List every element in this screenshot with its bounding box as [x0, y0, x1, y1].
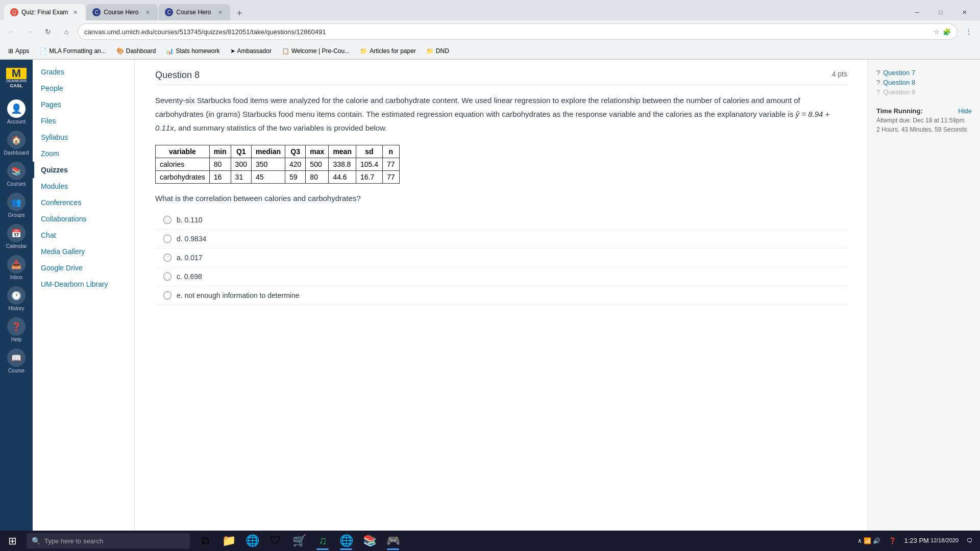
reload-button[interactable]: ↻	[41, 24, 55, 39]
taskbar-amazon[interactable]: 🛒	[288, 531, 310, 551]
col-variable: variable	[156, 145, 210, 158]
taskbar-spotify[interactable]: ♫	[311, 531, 334, 551]
sidebar-um-library[interactable]: UM-Dearborn Library	[33, 276, 134, 292]
close-button[interactable]: ✕	[952, 4, 976, 20]
sidebar-collaborations[interactable]: Collaborations	[33, 211, 134, 227]
start-button[interactable]: ⊞	[0, 531, 24, 551]
nav-calendar[interactable]: 📅 Calendar	[0, 221, 33, 252]
star-icon[interactable]: ☆	[934, 28, 940, 36]
taskbar-xbox[interactable]: 🎮	[382, 531, 404, 551]
taskbar-time-display[interactable]: 1:23 PM 12/18/2020	[901, 534, 962, 547]
taskbar-chrome[interactable]: 🌐	[241, 531, 263, 551]
ambassador-icon: ➤	[230, 47, 235, 55]
mla-icon: 📄	[39, 47, 47, 55]
tab-course-hero-1[interactable]: C Course Hero ✕	[86, 4, 158, 20]
radio-a[interactable]	[163, 254, 172, 262]
sidebar-people[interactable]: People	[33, 80, 134, 96]
radio-b[interactable]	[163, 216, 172, 224]
ambassador-label: Ambassador	[237, 47, 272, 55]
bookmark-mla[interactable]: 📄 MLA Formatting an...	[35, 46, 110, 56]
groups-label: Groups	[8, 212, 25, 218]
sidebar-pages[interactable]: Pages	[33, 96, 134, 113]
hide-timer-button[interactable]: Hide	[958, 107, 972, 115]
tab-course-hero-2[interactable]: C Course Hero ✕	[159, 4, 230, 20]
nav-dashboard[interactable]: 🏠 Dashboard	[0, 128, 33, 159]
bookmark-stats[interactable]: 📊 Stats homework	[162, 46, 224, 56]
tab-quiz-final-exam[interactable]: Q Quiz: Final Exam ✕	[4, 4, 85, 20]
sidebar-zoom[interactable]: Zoom	[33, 145, 134, 162]
tab-close-button-3[interactable]: ✕	[216, 8, 224, 16]
nav-help[interactable]: ❓ Help	[0, 314, 33, 345]
calendar-label: Calendar	[6, 243, 27, 249]
bookmark-apps[interactable]: ⊞ Apps	[4, 46, 33, 56]
tab-title-3: Course Hero	[176, 9, 213, 16]
forward-button[interactable]: →	[22, 24, 37, 39]
sidebar-syllabus[interactable]: Syllabus	[33, 129, 134, 145]
taskbar-books[interactable]: 📚	[358, 531, 381, 551]
taskbar-taskview[interactable]: ⧉	[194, 531, 216, 551]
extension-icon[interactable]: 🧩	[943, 28, 951, 36]
current-date: 12/18/2020	[930, 537, 959, 544]
nav-account[interactable]: 👤 Account	[0, 96, 33, 128]
taskbar-notification[interactable]: 🗨	[964, 535, 976, 546]
minimize-button[interactable]: ─	[905, 4, 929, 20]
back-button[interactable]: ←	[4, 24, 18, 39]
answer-option-e[interactable]: e. not enough information to determine	[155, 286, 847, 305]
taskbar-question-icon[interactable]: ❓	[886, 535, 899, 546]
answer-option-d[interactable]: d. 0.9834	[155, 230, 847, 248]
col-min: min	[209, 145, 231, 158]
new-tab-button[interactable]: +	[232, 6, 247, 20]
nav-course[interactable]: 📖 Course	[0, 345, 33, 377]
question-link-9[interactable]: ? Question 9	[876, 87, 972, 97]
answer-label-e: e. not enough information to determine	[177, 291, 300, 299]
sidebar-chat[interactable]: Chat	[33, 227, 134, 243]
address-bar-row: ← → ↻ ⌂ canvas.umd.umich.edu/courses/513…	[0, 20, 980, 43]
radio-d[interactable]	[163, 235, 172, 243]
bookmark-dnd[interactable]: 📁 DND	[422, 46, 453, 56]
nav-courses[interactable]: 📚 Courses	[0, 159, 33, 190]
taskbar-system-icons[interactable]: ∧ 📶 🔊	[854, 535, 884, 546]
address-input[interactable]: canvas.umd.umich.edu/courses/513745/quiz…	[78, 23, 958, 40]
tab-close-button[interactable]: ✕	[71, 8, 79, 16]
cell-calories-median: 350	[251, 158, 285, 171]
question-title: Question 8	[155, 70, 200, 81]
nav-history[interactable]: 🕐 History	[0, 283, 33, 314]
home-button[interactable]: ⌂	[59, 24, 74, 39]
sidebar-quizzes[interactable]: Quizzes	[33, 162, 134, 178]
bookmark-welcome[interactable]: 📋 Welcome | Pre-Cou...	[278, 46, 354, 56]
address-icons: ☆ 🧩	[934, 28, 951, 36]
bookmark-dashboard[interactable]: 🎨 Dashboard	[112, 46, 160, 56]
taskbar-search[interactable]: 🔍 Type here to search	[27, 533, 190, 548]
more-button[interactable]: ⋮	[962, 24, 976, 39]
canvas-logo: M DEARBORN CASL	[4, 64, 29, 92]
taskbar-chrome2[interactable]: 🌐	[335, 531, 357, 551]
col-median: median	[251, 145, 285, 158]
taskbar-shield[interactable]: 🛡	[264, 531, 287, 551]
nav-inbox[interactable]: 📥 Inbox	[0, 252, 33, 283]
sidebar-media-gallery[interactable]: Media Gallery	[33, 243, 134, 260]
address-text: canvas.umd.umich.edu/courses/513745/quiz…	[84, 28, 934, 36]
nav-groups[interactable]: 👥 Groups	[0, 190, 33, 221]
radio-c[interactable]	[163, 272, 172, 281]
answer-option-a[interactable]: a. 0.017	[155, 248, 847, 267]
bookmark-ambassador[interactable]: ➤ Ambassador	[226, 46, 276, 56]
logo-casl: CASL	[10, 83, 23, 88]
question-link-7[interactable]: ? Question 7	[876, 68, 972, 78]
cell-carbs-q3: 59	[285, 171, 305, 184]
answer-option-c[interactable]: c. 0.698	[155, 267, 847, 286]
maximize-button[interactable]: □	[929, 4, 952, 20]
sidebar-grades[interactable]: Grades	[33, 64, 134, 80]
taskbar-explorer[interactable]: 📁	[217, 531, 240, 551]
dashboard-bk-label: Dashboard	[126, 47, 156, 55]
question-link-8[interactable]: ? Question 8	[876, 78, 972, 87]
tab-close-button-2[interactable]: ✕	[143, 8, 152, 16]
answer-option-b[interactable]: b. 0.110	[155, 211, 847, 230]
sidebar-google-drive[interactable]: Google Drive	[33, 260, 134, 276]
sidebar-conferences[interactable]: Conferences	[33, 194, 134, 211]
radio-e[interactable]	[163, 291, 172, 299]
question-text-part1: Seventy-six Starbucks food items were an…	[155, 93, 847, 135]
sidebar-files[interactable]: Files	[33, 113, 134, 129]
bookmark-articles[interactable]: 📁 Articles for paper	[356, 46, 420, 56]
spotify-icon: ♫	[318, 534, 327, 547]
sidebar-modules[interactable]: Modules	[33, 178, 134, 194]
